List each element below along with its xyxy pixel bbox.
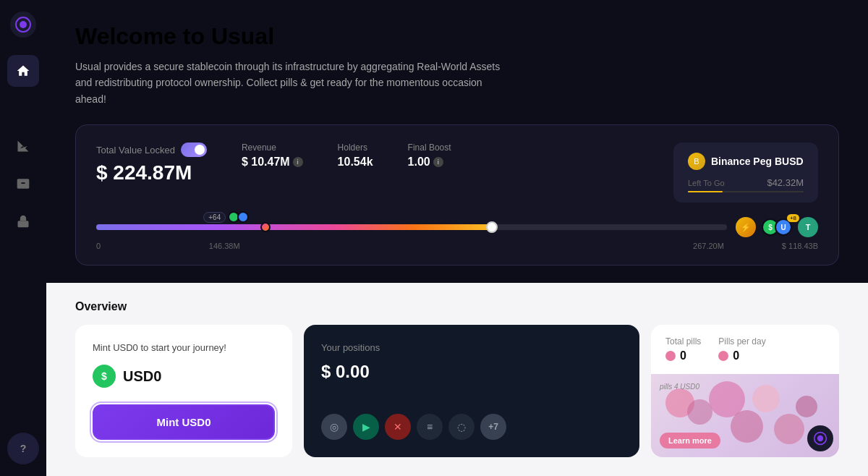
pills-per-day-dot — [718, 351, 728, 361]
total-pills-label: Total pills — [665, 336, 701, 347]
stats-card: Total Value Locked $ 224.87M Revenue $ 1… — [75, 124, 839, 265]
busd-progress-fill — [688, 191, 723, 192]
pills-image-inner: pills 4 USD0 Learn more — [651, 374, 839, 457]
token-icon-gold: ⚡ — [736, 217, 756, 237]
svg-point-1 — [20, 21, 27, 28]
revenue-info-icon[interactable]: i — [293, 157, 303, 167]
pill-deco-7 — [796, 396, 817, 417]
progress-track — [96, 224, 727, 230]
total-pills-value: 0 — [680, 349, 686, 362]
progress-fill — [96, 224, 493, 230]
learn-more-button[interactable]: Learn more — [660, 433, 720, 449]
usdo-name: USD0 — [123, 368, 161, 385]
binance-card: B Binance Peg BUSD Left To Go $42.32M — [673, 143, 818, 203]
tvl-section: Total Value Locked $ 224.87M — [96, 143, 207, 184]
tvl-toggle[interactable] — [181, 143, 207, 157]
pill-deco-4 — [731, 410, 763, 443]
position-icon-3[interactable]: ✕ — [385, 414, 411, 440]
mint-usdo-button[interactable]: Mint USD0 — [93, 404, 275, 440]
sidebar-logo[interactable] — [10, 12, 36, 38]
progress-label-0: 0 — [96, 242, 101, 250]
total-pills-stat: Total pills 0 — [665, 336, 701, 362]
hero-subtitle: Usual provides a secure stablecoin throu… — [75, 59, 509, 107]
progress-label-right2: $ 118.43B — [782, 242, 818, 250]
main-content: Welcome to Usual Usual provides a secure… — [46, 0, 868, 476]
revenue-stat: Revenue $ 10.47M i — [242, 143, 303, 169]
busd-name: Binance Peg BUSD — [711, 156, 804, 167]
positions-card: Your positions $ 0.00 ◎ ▶ ✕ ≡ ◌ +7 — [304, 325, 639, 457]
sidebar-item-tags[interactable] — [7, 168, 39, 200]
sidebar-item-home[interactable] — [7, 55, 39, 87]
final-boost-value: 1.00 — [408, 156, 430, 169]
progress-section: +64 ⚡ $ U — [96, 217, 818, 250]
pills-logo — [807, 425, 833, 451]
usdo-row: $ USD0 — [93, 365, 275, 388]
busd-left-value: $42.32M — [767, 177, 804, 188]
pill-count-badge: +64 — [203, 212, 226, 223]
content-area: Overview Mint USD0 to start your journey… — [46, 283, 868, 476]
bundle-badge: +8 — [787, 214, 799, 222]
pills-card: Total pills 0 Pills per day 0 — [651, 325, 839, 457]
busd-left-label: Left To Go — [688, 179, 725, 187]
busd-header: B Binance Peg BUSD — [688, 153, 804, 170]
positions-label: Your positions — [321, 342, 622, 353]
position-icon-1[interactable]: ◎ — [321, 414, 347, 440]
mint-label: Mint USD0 to start your journey! — [93, 342, 275, 353]
holders-stat: Holders 10.54k — [338, 143, 373, 169]
progress-label-right1: 267.20M — [693, 242, 724, 250]
pills-per-day-label: Pills per day — [718, 336, 765, 347]
pills-stats: Total pills 0 Pills per day 0 — [651, 325, 839, 374]
token-bundle: $ U +8 — [762, 218, 792, 236]
page-title: Welcome to Usual — [75, 23, 839, 50]
progress-labels: 0 146.38M 267.20M $ 118.43B — [96, 242, 818, 250]
pill-deco-5 — [752, 385, 780, 412]
progress-marker — [260, 222, 271, 232]
total-pills-dot — [665, 351, 676, 361]
svg-point-4 — [817, 435, 823, 441]
hero-section: Welcome to Usual Usual provides a secure… — [46, 0, 868, 283]
sidebar-item-vault[interactable] — [7, 205, 39, 237]
busd-icon: B — [688, 153, 705, 170]
usdo-icon: $ — [93, 365, 116, 388]
sidebar-item-bridge[interactable] — [7, 93, 39, 124]
svg-rect-2 — [18, 221, 29, 227]
position-icon-4[interactable]: ≡ — [417, 414, 443, 440]
overview-title: Overview — [75, 300, 839, 313]
holders-value: 10.54k — [338, 156, 373, 169]
mint-card: Mint USD0 to start your journey! $ USD0 … — [75, 325, 292, 457]
final-boost-stat: Final Boost 1.00 i — [408, 143, 451, 169]
right-token-icons: ⚡ $ U +8 T — [736, 217, 818, 237]
coin-blue — [237, 211, 249, 223]
tvl-label: Total Value Locked — [96, 143, 207, 157]
pills-per-day-stat: Pills per day 0 — [718, 336, 765, 362]
positions-icons: ◎ ▶ ✕ ≡ ◌ +7 — [321, 414, 622, 440]
overview-grid: Mint USD0 to start your journey! $ USD0 … — [75, 325, 839, 457]
sidebar-item-analytics[interactable] — [7, 130, 39, 162]
revenue-value: $ 10.47M — [242, 156, 290, 169]
pills-image: pills 4 USD0 Learn more — [651, 374, 839, 457]
stats-top-row: Total Value Locked $ 224.87M Revenue $ 1… — [96, 143, 818, 203]
positions-more[interactable]: +7 — [480, 414, 506, 440]
progress-thumb — [486, 221, 498, 233]
tvl-value: $ 224.87M — [96, 161, 207, 184]
progress-label-mid: 146.38M — [209, 242, 240, 250]
token-icon-tether: T — [798, 217, 818, 237]
positions-value: $ 0.00 — [321, 362, 622, 382]
position-icon-2[interactable]: ▶ — [353, 414, 379, 440]
pills-per-day-value: 0 — [733, 349, 739, 362]
pills-label-overlay: pills 4 USD0 — [660, 383, 699, 391]
busd-progress-bar — [688, 191, 804, 192]
help-button[interactable]: ? — [7, 433, 39, 464]
pill-deco-6 — [774, 414, 804, 444]
sidebar: ? — [0, 0, 46, 476]
position-icon-5[interactable]: ◌ — [448, 414, 475, 440]
boost-info-icon[interactable]: i — [433, 157, 443, 167]
